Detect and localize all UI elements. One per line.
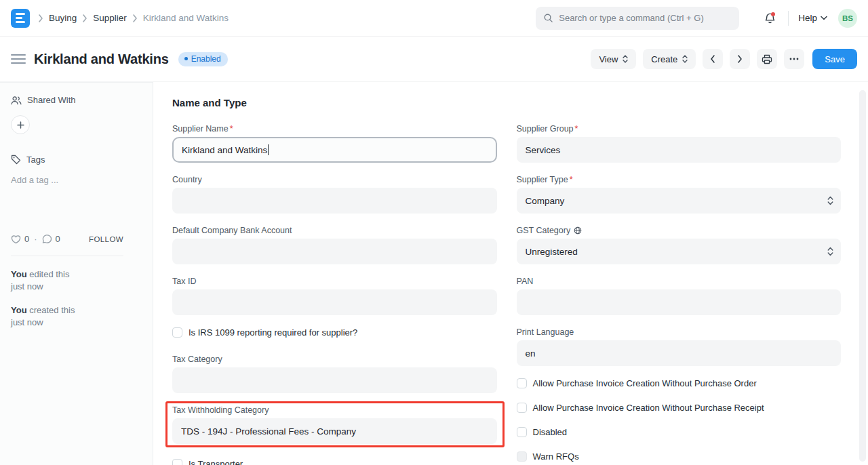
tax-withholding-input[interactable]: TDS - 194J - Professional Fees - Company (172, 418, 497, 444)
tax-withholding-value: TDS - 194J - Professional Fees - Company (181, 426, 356, 437)
required-marker: * (570, 175, 573, 184)
default-bank-label: Default Company Bank Account (172, 226, 497, 235)
notifications-bell-icon[interactable] (758, 7, 781, 30)
create-button[interactable]: Create (643, 49, 696, 69)
like-count[interactable]: 0 (24, 234, 29, 244)
irs-1099-checkbox[interactable] (172, 327, 182, 338)
plus-icon (17, 121, 24, 129)
disabled-checkbox-row[interactable]: Disabled (517, 427, 842, 437)
pan-input[interactable] (517, 289, 842, 315)
supplier-group-input[interactable]: Services (517, 137, 842, 163)
heart-icon[interactable] (11, 235, 21, 244)
field-country: Country (172, 175, 497, 214)
search-icon (543, 13, 553, 23)
field-default-company-bank-account: Default Company Bank Account (172, 226, 497, 264)
chevron-right-icon (737, 55, 743, 63)
irs-1099-label: Is IRS 1099 reporting required for suppl… (189, 327, 357, 338)
print-button[interactable] (757, 49, 777, 69)
engagement-row: 0 · 0 FOLLOW (11, 234, 123, 244)
activity-actor: You (11, 305, 27, 315)
save-button[interactable]: Save (812, 49, 857, 69)
tax-category-input[interactable] (172, 367, 497, 393)
supplier-group-label: Supplier Group (517, 124, 574, 134)
allow-pi-without-po-checkbox-row[interactable]: Allow Purchase Invoice Creation Without … (517, 378, 842, 388)
globe-icon (574, 226, 582, 235)
shared-with-section: Shared With (11, 95, 123, 105)
required-marker: * (575, 124, 578, 134)
comment-count[interactable]: 0 (56, 234, 60, 244)
divider (11, 256, 123, 256)
add-tag-input[interactable]: Add a tag ... (11, 175, 123, 185)
breadcrumb-buying[interactable]: Buying (49, 13, 77, 23)
gst-category-select[interactable]: Unregistered (517, 239, 842, 264)
tax-id-label: Tax ID (172, 277, 497, 286)
allow-pi-without-pr-checkbox-row[interactable]: Allow Purchase Invoice Creation Without … (517, 403, 842, 413)
field-supplier-group: Supplier Group* Services (517, 124, 842, 163)
is-transporter-checkbox-row[interactable]: Is Transporter (172, 459, 497, 465)
breadcrumb-supplier[interactable]: Supplier (93, 13, 127, 23)
follow-button[interactable]: FOLLOW (89, 235, 123, 243)
shared-with-label: Shared With (27, 95, 76, 105)
is-transporter-checkbox[interactable] (172, 459, 182, 465)
divider (788, 11, 789, 26)
chevron-down-icon (821, 16, 827, 20)
chevron-right-icon (38, 14, 43, 22)
allow-pi-without-pr-checkbox[interactable] (517, 403, 527, 413)
warn-rfqs-checkbox-row: Warn RFQs (517, 451, 842, 462)
notification-dot (771, 12, 775, 16)
tag-icon (11, 155, 21, 165)
select-chevrons-icon (682, 55, 688, 63)
activity-edited: You edited this just now (11, 268, 123, 293)
status-badge: Enabled (178, 52, 228, 66)
gst-category-label: GST Category (517, 226, 571, 235)
field-supplier-type: Supplier Type* Company (517, 175, 842, 214)
default-bank-input[interactable] (172, 239, 497, 264)
create-button-label: Create (651, 54, 677, 64)
tax-category-label: Tax Category (172, 355, 497, 364)
field-print-language: Print Language en (517, 327, 842, 366)
tax-withholding-label: Tax Withholding Category (172, 405, 497, 415)
allow-pi-without-po-checkbox[interactable] (517, 378, 527, 388)
chevron-left-icon (710, 55, 715, 63)
activity-action: edited this (27, 269, 70, 279)
sidebar-toggle-icon[interactable] (11, 54, 26, 64)
warn-rfqs-checkbox (517, 451, 527, 462)
supplier-name-input[interactable]: Kirkland and Watkins (172, 137, 497, 163)
activity-time: just now (11, 317, 43, 327)
app-logo-icon[interactable] (11, 9, 30, 28)
required-marker: * (230, 124, 233, 134)
field-gst-category: GST Category Unregistered (517, 226, 842, 264)
form-body: Name and Type Supplier Name* Kirkland an… (153, 82, 868, 465)
comment-icon[interactable] (42, 235, 52, 244)
vertical-scrollbar[interactable] (859, 90, 866, 462)
pan-label: PAN (517, 277, 842, 286)
tags-section: Tags (11, 155, 123, 165)
user-avatar[interactable]: BS (838, 9, 857, 28)
top-navbar: Buying Supplier Kirkland and Watkins Sea… (0, 0, 868, 37)
help-menu[interactable]: Help (798, 13, 827, 23)
select-chevrons-icon (623, 55, 628, 63)
activity-created: You created this just now (11, 304, 123, 329)
more-menu-button[interactable] (784, 49, 804, 69)
next-record-button[interactable] (730, 49, 750, 69)
tax-id-input[interactable] (172, 289, 497, 315)
page-head: Kirkland and Watkins Enabled View Create… (0, 37, 868, 82)
disabled-checkbox[interactable] (517, 427, 527, 437)
ellipsis-icon (789, 58, 799, 60)
supplier-name-label: Supplier Name (172, 124, 229, 134)
breadcrumb: Buying Supplier Kirkland and Watkins (38, 13, 229, 23)
activity-action: created this (27, 305, 75, 315)
country-input[interactable] (172, 188, 497, 214)
print-language-input[interactable]: en (517, 340, 842, 366)
supplier-type-select[interactable]: Company (517, 188, 842, 214)
irs-1099-checkbox-row[interactable]: Is IRS 1099 reporting required for suppl… (172, 327, 497, 338)
global-search-input[interactable]: Search or type a command (Ctrl + G) (536, 7, 739, 30)
chevron-right-icon (82, 14, 87, 22)
view-button[interactable]: View (591, 49, 636, 69)
printer-icon (762, 54, 772, 64)
page-title: Kirkland and Watkins (34, 52, 169, 67)
tags-label: Tags (26, 155, 45, 165)
is-transporter-label: Is Transporter (189, 459, 243, 465)
add-share-button[interactable] (11, 115, 30, 134)
previous-record-button[interactable] (703, 49, 723, 69)
